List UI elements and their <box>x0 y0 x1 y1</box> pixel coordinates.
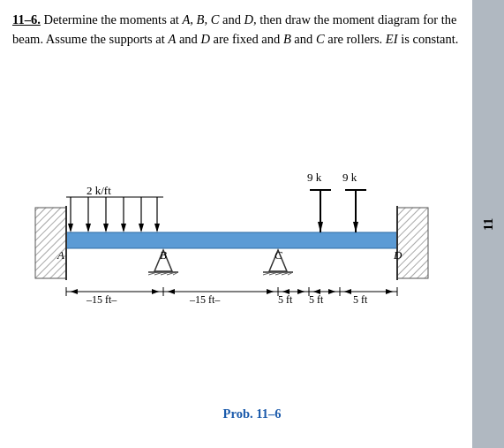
svg-text:5 ft: 5 ft <box>353 293 368 306</box>
svg-text:2 k/ft: 2 k/ft <box>87 184 111 197</box>
svg-text:–15 ft–: –15 ft– <box>86 293 117 306</box>
svg-marker-31 <box>139 224 144 232</box>
svg-text:C: C <box>275 248 282 262</box>
problem-text-4: and <box>176 32 200 46</box>
svg-text:B: B <box>160 248 167 262</box>
svg-marker-27 <box>103 224 109 232</box>
vars-6: C <box>316 32 325 46</box>
svg-rect-2 <box>66 232 397 248</box>
prob-label: Prob. 11–6 <box>223 406 282 421</box>
vars-2: D, <box>244 12 257 27</box>
svg-text:9 k: 9 k <box>307 171 322 184</box>
svg-text:5 ft: 5 ft <box>309 293 324 306</box>
svg-rect-3 <box>35 208 66 278</box>
problem-text-5: are fixed and <box>210 32 283 46</box>
svg-marker-33 <box>154 224 160 232</box>
problem-text: 11–6. Determine the moments at A, B, C a… <box>12 11 465 49</box>
vars-5: B <box>283 32 291 46</box>
svg-marker-68 <box>297 289 305 294</box>
svg-text:9 k: 9 k <box>342 171 357 184</box>
svg-marker-25 <box>86 224 91 232</box>
vars-1: A, B, C <box>183 12 220 27</box>
svg-marker-65 <box>168 289 175 294</box>
problem-text-8: is constant. <box>398 32 459 46</box>
beam-diagram: 2 k/ft 9 k 9 k <box>9 97 468 389</box>
problem-number: 11–6. <box>12 12 41 27</box>
svg-marker-23 <box>68 224 73 232</box>
svg-marker-72 <box>386 289 393 294</box>
vars-4: D <box>200 32 209 46</box>
svg-marker-66 <box>267 289 274 294</box>
svg-marker-42 <box>353 222 358 232</box>
page-number: 11 <box>472 0 504 448</box>
svg-marker-63 <box>71 289 78 294</box>
svg-text:A: A <box>56 248 64 262</box>
svg-marker-29 <box>121 224 126 232</box>
svg-marker-38 <box>318 222 323 232</box>
svg-marker-70 <box>328 289 335 294</box>
svg-text:–15 ft–: –15 ft– <box>189 293 221 306</box>
svg-rect-5 <box>397 208 428 278</box>
vars-7: EI <box>386 32 398 46</box>
problem-text-6: and <box>291 32 316 46</box>
vars-3: A <box>168 32 176 46</box>
page-container: 11–6. Determine the moments at A, B, C a… <box>0 0 504 448</box>
problem-text-1: Determine the moments at <box>41 12 183 27</box>
problem-text-7: are rollers. <box>325 32 386 46</box>
problem-text-2: and <box>219 12 244 27</box>
svg-marker-64 <box>152 289 159 294</box>
svg-text:5 ft: 5 ft <box>278 293 293 306</box>
svg-marker-71 <box>344 289 351 294</box>
svg-text:D: D <box>393 248 402 262</box>
